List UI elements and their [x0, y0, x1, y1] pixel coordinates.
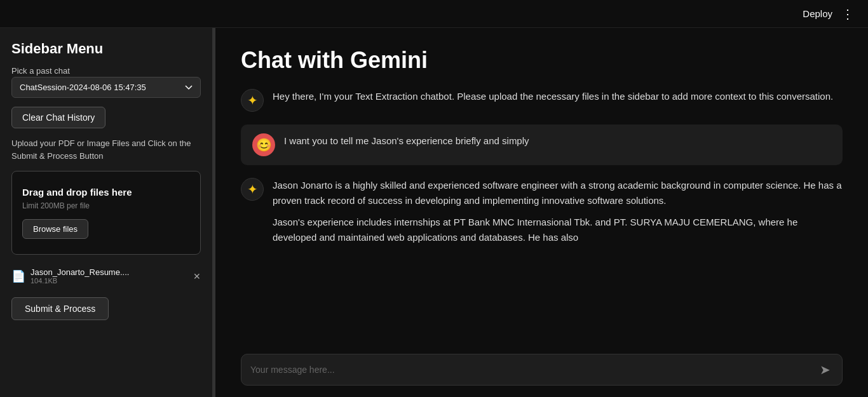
- message-paragraph: Jason Jonarto is a highly skilled and ex…: [273, 178, 843, 208]
- sidebar: Sidebar Menu Pick a past chat ChatSessio…: [0, 28, 213, 397]
- input-wrapper: ➤: [241, 354, 843, 386]
- clear-chat-button[interactable]: Clear Chat History: [11, 107, 105, 128]
- send-icon: ➤: [820, 362, 831, 377]
- message-paragraph: Jason's experience includes internships …: [273, 215, 843, 245]
- past-chat-label: Pick a past chat: [11, 66, 201, 76]
- message-row: 😊 I want you to tell me Jason's experien…: [241, 124, 843, 165]
- more-options-button[interactable]: ⋮: [841, 6, 855, 22]
- file-item: 📄 Jason_Jonarto_Resume.... 104.1KB ✕: [11, 264, 201, 288]
- input-area: ➤: [215, 345, 868, 397]
- message-row: ✦ Hey there, I'm your Text Extraction ch…: [241, 86, 843, 114]
- session-select[interactable]: ChatSession-2024-08-06 15:47:35: [11, 77, 201, 98]
- submit-process-button[interactable]: Submit & Process: [11, 297, 109, 320]
- spark-icon: ✦: [247, 93, 258, 108]
- file-info: Jason_Jonarto_Resume.... 104.1KB: [31, 267, 188, 285]
- upload-instruction: Upload your PDF or Image Files and Click…: [11, 137, 201, 162]
- user-avatar-icon: 😊: [256, 137, 272, 152]
- chat-title: Chat with Gemini: [215, 28, 868, 86]
- message-content: I want you to tell me Jason's experience…: [284, 133, 831, 149]
- chat-area: Chat with Gemini ✦ Hey there, I'm your T…: [215, 28, 868, 397]
- browse-files-button[interactable]: Browse files: [22, 219, 88, 239]
- deploy-button[interactable]: Deploy: [803, 8, 832, 19]
- past-chat-section: Pick a past chat ChatSession-2024-08-06 …: [11, 66, 201, 98]
- sidebar-title: Sidebar Menu: [11, 41, 201, 57]
- bot-avatar: ✦: [241, 89, 264, 112]
- main-layout: Sidebar Menu Pick a past chat ChatSessio…: [0, 28, 868, 397]
- send-button[interactable]: ➤: [817, 362, 833, 377]
- file-remove-button[interactable]: ✕: [193, 271, 201, 281]
- dropzone-limit: Limit 200MB per file: [22, 201, 90, 210]
- topbar: Deploy ⋮: [0, 0, 868, 28]
- user-avatar: 😊: [252, 133, 275, 156]
- message-content: Hey there, I'm your Text Extraction chat…: [273, 89, 843, 104]
- file-icon: 📄: [11, 269, 25, 283]
- spark-icon: ✦: [247, 182, 258, 197]
- message-input[interactable]: [250, 365, 817, 375]
- message-content: Jason Jonarto is a highly skilled and ex…: [273, 178, 843, 245]
- file-dropzone[interactable]: Drag and drop files here Limit 200MB per…: [11, 171, 201, 255]
- messages-container: ✦ Hey there, I'm your Text Extraction ch…: [215, 86, 868, 345]
- bot-avatar: ✦: [241, 178, 264, 201]
- file-size: 104.1KB: [31, 277, 188, 285]
- dropzone-title: Drag and drop files here: [22, 187, 132, 198]
- file-name: Jason_Jonarto_Resume....: [31, 267, 188, 277]
- message-row: ✦ Jason Jonarto is a highly skilled and …: [241, 175, 843, 248]
